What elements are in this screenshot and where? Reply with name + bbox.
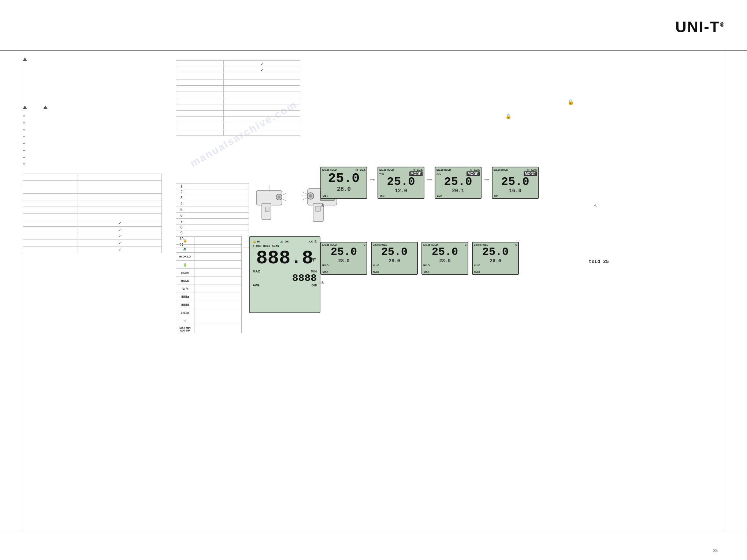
mode-main-value: 25.0 [474,246,517,258]
mode-top-left: E:0.95 HOLD [494,168,508,171]
table-row [23,174,162,180]
table-row: 5 [176,207,249,213]
table-row [176,104,300,111]
table-cell [78,187,161,193]
lcd-desc-cell [194,325,241,333]
mode-sub-value: 28.0 [322,186,365,193]
table-row [176,86,300,92]
page-margin-right [724,51,724,531]
mode-sub-value: 28.0 [474,258,517,264]
lcd-icon-cell: 🔋 [176,261,194,269]
mode-bottom-label: AVG [437,195,442,197]
mode-box-dif: E:0.95 HOLD HI LO⚠ MODE 25.0 16.0 DIF [492,167,539,199]
table-row: ✓ [23,240,162,246]
hi-lo-labels: HI LO [373,264,416,267]
mode-box-r2-4: E:0.95 HOLD C 25.0 28.0 HI LO MAX [472,242,519,275]
warning-row1-right: ⚠ [593,203,597,208]
table-cell [223,111,300,117]
max-label: MAX [253,270,260,273]
mode-box-r2-3: E:0.95 HOLD C 25.0 28.0 HI LO MAX [421,242,468,275]
table-row: 8888 [176,301,242,309]
mode-hi-lo: HI LO⚠ [413,168,423,171]
lcd-desc-cell [194,245,241,253]
lcd-avg-dif-labels: AVG DIF [253,283,317,287]
svg-point-12 [309,194,312,198]
lcd-icon-cell: SCAN [176,269,194,277]
table-cell [23,180,78,187]
brand-name: UNI-T [675,18,720,36]
svg-line-17 [302,198,307,200]
table-row: 🔈 [176,245,242,253]
lcd-unit: °F [311,257,316,263]
avg-sublabel: AVG [436,173,441,175]
c-label: C [364,244,365,246]
table-row: ✓ [23,220,162,226]
lcd-desc-cell [194,253,241,261]
lock-icon-mid: 🔒 [505,114,511,119]
lock-icon: 🔒 HI [253,240,260,243]
table-cell [176,111,224,117]
table-row [176,79,300,86]
mid-spec-table-container: ✓ ✓ [176,60,300,141]
table-row: 4 [176,201,249,207]
table-row: 1 [176,183,249,189]
avg-label: AVG [253,283,260,287]
lcd-desc-cell [194,309,241,317]
table-cell [223,129,300,136]
table-cell [23,174,78,180]
table-row: 2 [176,189,249,195]
mode-sub-value: 28.0 [322,258,365,264]
lcd-desc-cell [194,317,241,325]
mode-bottom-label: MAX [424,271,430,273]
lcd-line2: ε·088 HOLD SCAN [253,244,317,248]
table-row: 9 [176,230,249,236]
warning-triangle-icon: ⚠ [320,280,324,285]
mode-bottom-label: MAX [323,271,328,273]
table-row: ε·0.88 [176,309,242,317]
lcd-desc-cell [194,285,241,293]
table-row [176,111,300,117]
lcd-icon-cell: 🔈 [176,245,194,253]
arrow-icon-3: → [483,175,490,191]
mode-box-max: E:0.95 HOLD HI LO⚠ 25.0 28.0 MAX [320,167,367,199]
warning-row2: ⚠ [320,280,324,285]
table-row: ⚠ [176,317,242,325]
lcd-icon-cell: ⚠ [176,317,194,325]
mode-box-r2-1: E:0.95 HOLD C 25.0 28.0 HI LO MAX [320,242,367,275]
mode-hi-lo: HI LO⚠ [470,168,480,171]
mode-box-header: E:0.95 HOLD HI LO⚠ [379,168,423,171]
table-cell: ✓ [223,61,300,67]
mode-sub-value: 28.0 [423,258,467,264]
table-cell [223,104,300,111]
bullet-item [28,127,173,132]
mode-main-value: 25.0 [322,246,365,258]
bullet-item [28,154,173,160]
bullet-list [23,113,173,166]
table-row: 6 [176,213,249,219]
lcd-desc-cell [194,269,241,277]
lcd-icon-cell: ε·0.88 [176,309,194,317]
table-row: MAX MINAVG DIF [176,325,242,333]
svg-line-6 [283,199,286,201]
svg-line-4 [283,193,286,195]
warning-row1: ⚠ [320,203,324,208]
brand-registered: ® [720,22,725,28]
table-cell [176,79,224,86]
lo-warn-icon: LO ⚠ [309,240,317,243]
mode-sub-value: 12.0 [379,188,423,194]
table-cell-desc [187,183,249,189]
lcd-desc-cell [194,277,241,285]
table-cell-desc [187,189,249,195]
table-cell [223,117,300,123]
mode-box-r2-2: E:0.95 HOLD 25.0 28.0 HI LO MAX [371,242,418,275]
warning-icon-1 [23,105,27,109]
table-row [176,129,300,136]
bullet-item [28,113,173,118]
table-cell [176,67,224,73]
table-row [176,117,300,123]
table-row [176,73,300,79]
table-cell [223,86,300,92]
warning-triangle-icon [23,58,27,61]
mode-bottom-label: DIF [494,195,498,197]
table-row: HOLD [176,277,242,285]
